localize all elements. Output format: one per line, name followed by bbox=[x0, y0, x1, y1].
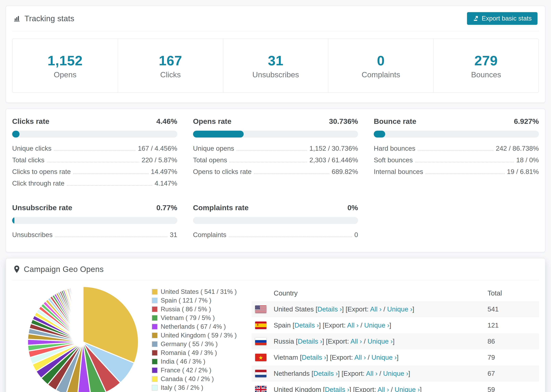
rate-value: 0.77% bbox=[156, 203, 177, 212]
row-text: Vietnam [ bbox=[274, 354, 302, 361]
rate-row-value: 689.82% bbox=[332, 168, 358, 175]
rates-card: Clicks rate4.46%Unique clicks167 / 4.456… bbox=[6, 109, 545, 252]
export-unique-link[interactable]: Unique › bbox=[364, 322, 389, 329]
flag-icon-gb bbox=[252, 386, 274, 392]
page-title: Tracking stats bbox=[24, 14, 74, 23]
bar-chart-icon bbox=[14, 15, 21, 22]
export-basic-stats-button[interactable]: Export basic stats bbox=[467, 12, 537, 25]
country-cell: Vietnam [Details ›] [Export: All › / Uni… bbox=[274, 354, 487, 361]
rate-progress-fill bbox=[193, 131, 244, 138]
row-text: / bbox=[389, 386, 395, 392]
row-text: ] [Export: bbox=[342, 305, 370, 313]
pie-slice-other-52[interactable] bbox=[83, 287, 83, 342]
rate-row-label: Opens to clicks rate bbox=[193, 168, 252, 175]
details-link[interactable]: Details › bbox=[313, 370, 338, 377]
export-all-link[interactable]: All › bbox=[347, 322, 359, 329]
legend-item-romania: Romania ( 49 / 3% ) bbox=[152, 349, 237, 357]
country-cell: Russia [Details ›] [Export: All › / Uniq… bbox=[274, 338, 487, 345]
legend-swatch bbox=[152, 341, 158, 347]
row-text: ] bbox=[412, 305, 414, 313]
total-column-header: Total bbox=[487, 289, 539, 297]
rate-row-label: Soft bounces bbox=[374, 156, 413, 164]
rate-progress-bar bbox=[193, 217, 358, 224]
details-link[interactable]: Details › bbox=[295, 322, 319, 329]
dotted-leader bbox=[67, 185, 152, 186]
rate-value: 30.736% bbox=[329, 117, 358, 126]
legend-item-france: France ( 42 / 2% ) bbox=[152, 367, 237, 374]
map-marker-icon bbox=[14, 265, 20, 273]
export-all-link[interactable]: All › bbox=[366, 370, 377, 377]
rate-row-label: Hard bounces bbox=[374, 145, 415, 152]
rate-block-unsubscribe-rate: Unsubscribe rate0.77%Unsubscribes31 bbox=[12, 203, 177, 243]
legend-item-russia: Russia ( 86 / 5% ) bbox=[152, 306, 237, 313]
country-cell: Spain [Details ›] [Export: All › / Uniqu… bbox=[274, 322, 487, 329]
rate-title: Unsubscribe rate bbox=[12, 203, 72, 212]
country-cell: United Kingdom [Details ›] [Export: All … bbox=[274, 386, 487, 392]
rate-progress-fill bbox=[12, 131, 20, 138]
rate-progress-bar bbox=[12, 131, 177, 138]
details-link[interactable]: Details › bbox=[302, 354, 326, 361]
rate-row-total-opens: Total opens2,303 / 61.446% bbox=[193, 156, 358, 164]
dotted-leader bbox=[254, 173, 329, 174]
legend-item-united-states: United States ( 541 / 31% ) bbox=[152, 288, 237, 295]
export-unique-link[interactable]: Unique › bbox=[387, 305, 412, 313]
rate-row-complaints: Complaints0 bbox=[193, 231, 358, 238]
dotted-leader bbox=[229, 237, 352, 237]
dotted-leader bbox=[418, 150, 493, 151]
flag-icon-ru bbox=[252, 338, 274, 345]
total-cell: 79 bbox=[487, 354, 539, 361]
legend-item-india: India ( 46 / 3% ) bbox=[152, 358, 237, 365]
geo-table-row-vietnam: Vietnam [Details ›] [Export: All › / Uni… bbox=[252, 350, 539, 365]
legend-item-spain: Spain ( 121 / 7% ) bbox=[152, 297, 237, 304]
rate-row-soft-bounces: Soft bounces18 / 0% bbox=[374, 156, 539, 164]
legend-swatch bbox=[152, 315, 158, 321]
flag-icon-nl bbox=[252, 370, 274, 377]
rate-row-opens-to-clicks-rate: Opens to clicks rate689.82% bbox=[193, 168, 358, 175]
stat-value: 1,152 bbox=[14, 53, 116, 69]
export-unique-link[interactable]: Unique › bbox=[395, 386, 420, 392]
export-all-link[interactable]: All › bbox=[354, 354, 366, 361]
total-cell: 67 bbox=[487, 370, 539, 377]
stat-value: 31 bbox=[225, 53, 326, 69]
rate-row-unique-clicks: Unique clicks167 / 4.456% bbox=[12, 145, 177, 152]
tracking-stats-card: Tracking stats Export basic stats 1,152O… bbox=[6, 6, 545, 103]
rate-row-label: Internal bounces bbox=[374, 168, 423, 175]
row-text: / bbox=[362, 338, 367, 345]
export-all-link[interactable]: All › bbox=[377, 386, 389, 392]
rate-row-value: 1,152 / 30.736% bbox=[309, 145, 358, 152]
row-text: United Kingdom [ bbox=[274, 386, 325, 392]
rate-row-value: 18 / 0% bbox=[516, 156, 539, 164]
export-all-link[interactable]: All › bbox=[370, 305, 381, 313]
legend-swatch bbox=[152, 298, 158, 303]
export-unique-link[interactable]: Unique › bbox=[372, 354, 397, 361]
rate-title: Opens rate bbox=[193, 117, 232, 126]
row-text: Spain [ bbox=[274, 322, 294, 329]
details-link[interactable]: Details › bbox=[318, 305, 342, 313]
row-text: ] [Export: bbox=[319, 322, 347, 329]
stat-label: Unsubscribes bbox=[225, 70, 326, 79]
row-text: ] [Export: bbox=[326, 354, 354, 361]
stat-card-bounces: 279Bounces bbox=[433, 39, 538, 92]
rate-row-click-through-rate: Click through rate4.147% bbox=[12, 180, 177, 187]
row-text: / bbox=[366, 354, 372, 361]
geo-table-row-united-kingdom: United Kingdom [Details ›] [Export: All … bbox=[252, 382, 539, 392]
rate-row-value: 4.147% bbox=[155, 180, 177, 187]
stat-value: 0 bbox=[330, 53, 431, 69]
row-text: ] bbox=[397, 354, 399, 361]
rate-row-value: 167 / 4.456% bbox=[138, 145, 177, 152]
rate-title: Complaints rate bbox=[193, 203, 249, 212]
stat-card-unsubscribes: 31Unsubscribes bbox=[223, 39, 328, 92]
details-link[interactable]: Details › bbox=[325, 386, 349, 392]
export-all-link[interactable]: All › bbox=[350, 338, 362, 345]
geo-pie-chart bbox=[26, 284, 141, 392]
row-text: Netherlands [ bbox=[274, 370, 313, 377]
rate-row-label: Total clicks bbox=[12, 156, 44, 164]
export-unique-link[interactable]: Unique › bbox=[383, 370, 408, 377]
rate-row-total-clicks: Total clicks220 / 5.87% bbox=[12, 156, 177, 164]
legend-swatch bbox=[152, 332, 158, 338]
export-unique-link[interactable]: Unique › bbox=[367, 338, 393, 345]
details-link[interactable]: Details › bbox=[298, 338, 322, 345]
dotted-leader bbox=[55, 237, 167, 237]
row-text: ] [Export: bbox=[322, 338, 350, 345]
total-cell: 59 bbox=[487, 386, 539, 392]
